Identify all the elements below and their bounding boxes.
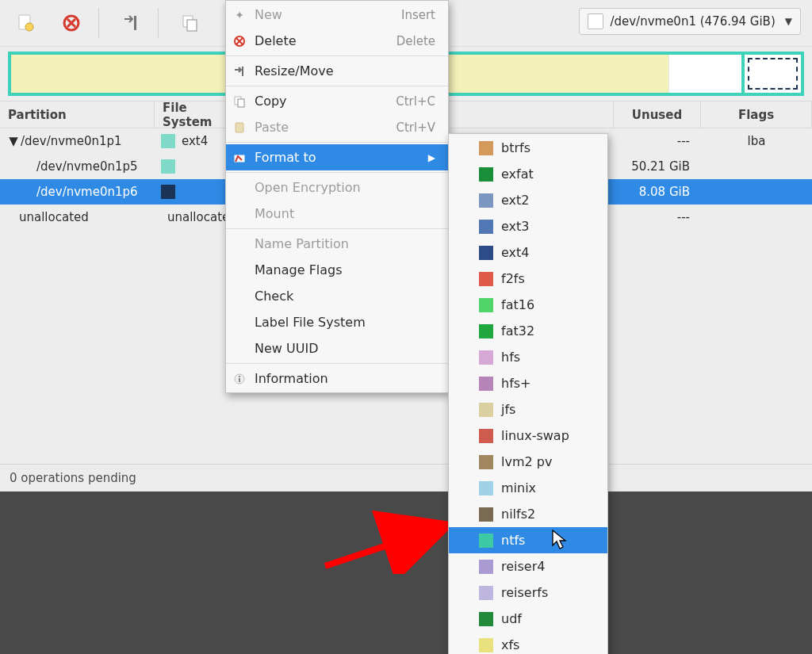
svg-line-19 (325, 526, 444, 566)
svg-rect-18 (239, 376, 240, 377)
svg-rect-17 (239, 378, 240, 382)
unused-value: --- (677, 134, 690, 148)
fs-item-fat32[interactable]: fat32 (449, 318, 607, 344)
menu-item-check[interactable]: Check (226, 283, 448, 309)
menu-item-delete[interactable]: Delete Delete (226, 28, 448, 54)
partition-name: /dev/nvme0n1p5 (36, 159, 138, 174)
partition-name: unallocated (19, 210, 89, 224)
menu-item-open-encryption: Open Encryption (226, 174, 448, 201)
tree-collapse-icon[interactable]: ▼ (8, 134, 19, 148)
status-bar: 0 operations pending (0, 464, 812, 491)
delete-icon (232, 34, 247, 48)
fs-item-ext4[interactable]: ext4 (449, 239, 607, 266)
fs-color-swatch (479, 534, 493, 548)
copy-icon (232, 94, 247, 109)
fs-item-ext2[interactable]: ext2 (449, 187, 607, 213)
svg-rect-14 (236, 123, 243, 132)
toolbar-delete-button[interactable] (51, 2, 92, 44)
info-icon (232, 372, 247, 386)
column-header-partition[interactable]: Partition (0, 101, 155, 128)
partition-name: /dev/nvme0n1p6 (36, 185, 138, 199)
fs-item-ext3[interactable]: ext3 (449, 213, 607, 239)
menu-separator (226, 55, 448, 56)
fs-color-swatch (479, 507, 493, 522)
fs-item-reiser4[interactable]: reiser4 (449, 553, 607, 579)
delete-icon (61, 13, 82, 33)
format-icon (232, 151, 247, 165)
fs-swatch (161, 159, 175, 174)
menu-item-manage-flags[interactable]: Manage Flags (226, 257, 448, 283)
menu-separator (226, 172, 448, 173)
fs-item-ntfs[interactable]: ntfs (449, 527, 607, 553)
menu-item-mount: Mount (226, 201, 448, 227)
fs-color-swatch (479, 193, 493, 208)
fs-item-minix[interactable]: minix (449, 475, 607, 501)
chevron-down-icon: ▼ (785, 16, 792, 27)
fs-color-swatch (479, 455, 493, 469)
fs-color-swatch (479, 298, 493, 312)
fs-color-swatch (479, 167, 493, 182)
format-submenu: btrfs exfat ext2 ext3 ext4 f2fs fat16 fa… (448, 133, 608, 654)
submenu-arrow-icon: ▶ (428, 152, 435, 163)
resize-icon (121, 13, 141, 33)
annotation-arrow (317, 503, 460, 577)
fs-color-swatch (479, 324, 493, 338)
menu-item-new: ✦ New Insert (226, 2, 448, 28)
fs-item-xfs[interactable]: xfs (449, 632, 607, 654)
toolbar-resize-button[interactable] (110, 2, 151, 44)
fs-color-swatch (479, 612, 493, 626)
svg-rect-5 (134, 16, 136, 30)
fs-swatch (161, 185, 175, 199)
menu-item-new-uuid[interactable]: New UUID (226, 335, 448, 361)
column-header-filesystem[interactable]: File System (155, 101, 230, 128)
column-header-flags[interactable]: Flags (701, 101, 812, 128)
fs-swatch (161, 134, 175, 148)
new-icon: ✦ (232, 8, 247, 22)
fs-item-udf[interactable]: udf (449, 606, 607, 632)
toolbar-copy-button[interactable] (170, 2, 211, 44)
menu-item-resize[interactable]: Resize/Move (226, 58, 448, 84)
svg-point-1 (25, 23, 33, 31)
toolbar-separator (98, 8, 99, 38)
fs-item-hfsplus[interactable]: hfs+ (449, 370, 607, 396)
menu-item-label-fs[interactable]: Label File System (226, 309, 448, 335)
toolbar-new-button[interactable] (5, 2, 46, 44)
column-header-unused[interactable]: Unused (614, 101, 701, 128)
menu-separator (226, 228, 448, 229)
resize-icon (232, 64, 247, 78)
fs-item-jfs[interactable]: jfs (449, 396, 607, 423)
menu-item-name-partition: Name Partition (226, 231, 448, 257)
menu-item-copy[interactable]: Copy Ctrl+C (226, 88, 448, 114)
fs-color-swatch (479, 429, 493, 443)
menu-separator (226, 86, 448, 86)
fs-item-linuxswap[interactable]: linux-swap (449, 423, 607, 449)
fs-color-swatch (479, 246, 493, 260)
menu-item-information[interactable]: Information (226, 365, 448, 392)
fs-item-f2fs[interactable]: f2fs (449, 266, 607, 292)
fs-item-reiserfs[interactable]: reiserfs (449, 579, 607, 606)
disk-map-segment[interactable] (668, 55, 741, 93)
fs-color-swatch (479, 481, 493, 495)
fs-label: ext4 (182, 134, 208, 148)
menu-separator (226, 363, 448, 364)
svg-rect-13 (238, 99, 244, 107)
toolbar-separator (158, 8, 159, 38)
unused-value: --- (677, 210, 690, 224)
fs-item-fat16[interactable]: fat16 (449, 292, 607, 318)
unused-value: 8.08 GiB (639, 185, 690, 199)
paste-icon (232, 120, 247, 135)
menu-item-format-to[interactable]: Format to ▶ (226, 144, 448, 170)
fs-item-nilfs2[interactable]: nilfs2 (449, 501, 607, 527)
fs-color-swatch (479, 586, 493, 600)
device-selector[interactable]: /dev/nvme0n1 (476.94 GiB) ▼ (579, 8, 801, 35)
fs-color-swatch (479, 560, 493, 574)
fs-item-hfs[interactable]: hfs (449, 344, 607, 370)
fs-item-btrfs[interactable]: btrfs (449, 135, 607, 161)
disk-map-segment-selected[interactable] (741, 55, 801, 93)
context-menu: ✦ New Insert Delete Delete Resize/Move C… (225, 0, 449, 393)
svg-rect-7 (187, 20, 197, 31)
fs-item-exfat[interactable]: exfat (449, 161, 607, 187)
fs-item-lvm2[interactable]: lvm2 pv (449, 449, 607, 475)
device-label: /dev/nvme0n1 (476.94 GiB) (610, 14, 775, 29)
fs-color-swatch (479, 638, 493, 652)
